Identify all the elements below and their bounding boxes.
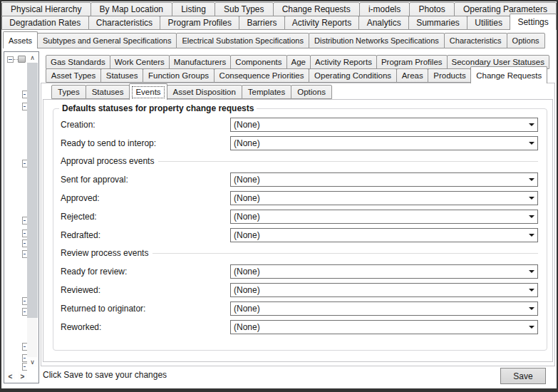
section-divider: [158, 161, 538, 162]
tab-asset-types[interactable]: Asset Types: [46, 68, 101, 83]
approved-dropdown[interactable]: (None): [230, 191, 538, 205]
tree-node-partial[interactable]: [22, 103, 27, 110]
creation-dropdown[interactable]: (None): [230, 118, 538, 132]
field-label: Ready to send to interop:: [61, 138, 230, 148]
tab-bar-settings-pages: Assets Subtypes and General Specificatio…: [1, 33, 557, 48]
tab-areas[interactable]: Areas: [396, 68, 429, 83]
save-button[interactable]: Save: [500, 368, 546, 384]
tab-operating-conditions[interactable]: Operating Conditions: [309, 68, 397, 83]
asset-tree-panel: ∧ ∨ < >: [4, 51, 39, 383]
tab-bar-asset-categories-bottom: Asset Types Statuses Function Groups Con…: [46, 68, 547, 83]
tab-utilities[interactable]: Utilities: [467, 16, 510, 30]
dropdown-value: (None): [231, 212, 526, 222]
dropdown-value: (None): [231, 193, 526, 203]
tab-assets[interactable]: Assets: [3, 31, 38, 48]
tab-options[interactable]: Options: [507, 33, 545, 48]
scroll-right-icon[interactable]: >: [18, 371, 27, 381]
tab-summaries[interactable]: Summaries: [408, 16, 467, 30]
field-row-reworked: Reworked: (None): [61, 320, 538, 334]
tree-node-partial[interactable]: [22, 354, 27, 362]
tree-node-partial[interactable]: [22, 343, 27, 351]
assets-page: Gas Standards Work Centers Manufacturers…: [40, 53, 555, 366]
tab-manufacturers[interactable]: Manufacturers: [169, 55, 232, 69]
default-statuses-groupbox: Defaults statuses for property change re…: [53, 108, 547, 351]
tree-node-partial[interactable]: [22, 308, 27, 316]
vertical-scrollbar-thumb[interactable]: [27, 63, 38, 318]
tab-change-requests[interactable]: Change Requests: [273, 2, 360, 16]
chevron-down-icon: [526, 326, 537, 329]
tab-events[interactable]: Events: [129, 83, 167, 100]
tab-statuses-2[interactable]: Statuses: [86, 85, 130, 99]
tree-vertical-scrollbar[interactable]: ∧ ∨: [27, 53, 38, 367]
tab-degradation-rates[interactable]: Degradation Rates: [1, 16, 89, 30]
tab-activity-reports-2[interactable]: Activity Reports: [310, 55, 377, 69]
tab-subtypes-and-general-specifications[interactable]: Subtypes and General Specifications: [37, 33, 177, 48]
tab-characteristics[interactable]: Characteristics: [88, 16, 161, 30]
tab-function-groups[interactable]: Function Groups: [143, 68, 215, 83]
chevron-down-icon: [526, 142, 537, 145]
tree-node-partial[interactable]: [22, 91, 27, 98]
tab-i-models[interactable]: i-models: [359, 2, 410, 16]
tree-node-partial[interactable]: [22, 363, 27, 371]
tree-root-node[interactable]: [7, 56, 26, 63]
reworked-dropdown[interactable]: (None): [230, 320, 538, 334]
tree-node-partial[interactable]: [22, 217, 27, 225]
tab-program-profiles-2[interactable]: Program Profiles: [376, 55, 448, 69]
tab-components[interactable]: Components: [230, 55, 286, 69]
tab-age[interactable]: Age: [286, 55, 311, 69]
tab-electrical-substation-specifications[interactable]: Electrical Substation Specifications: [176, 33, 309, 48]
chevron-down-icon: [526, 178, 537, 181]
tab-activity-reports[interactable]: Activity Reports: [284, 16, 360, 30]
tab-templates[interactable]: Templates: [242, 85, 291, 99]
ready-for-review-dropdown[interactable]: (None): [230, 264, 538, 279]
tab-program-profiles[interactable]: Program Profiles: [160, 16, 239, 30]
tab-gas-standards[interactable]: Gas Standards: [46, 55, 110, 69]
tab-types[interactable]: Types: [51, 85, 86, 99]
section-title: Review process events: [61, 248, 148, 258]
tab-work-centers[interactable]: Work Centers: [110, 55, 170, 69]
chevron-down-icon: [526, 270, 537, 273]
tab-settings[interactable]: Settings: [510, 14, 557, 30]
tab-statuses[interactable]: Statuses: [100, 68, 143, 83]
tree-root-icon: [18, 56, 26, 63]
chevron-down-icon: [526, 234, 537, 237]
tab-sub-types[interactable]: Sub Types: [215, 2, 274, 16]
tree-node-partial[interactable]: [22, 250, 27, 258]
tab-change-requests-2[interactable]: Change Requests: [470, 66, 547, 83]
rejected-dropdown[interactable]: (None): [230, 210, 538, 224]
tab-photos[interactable]: Photos: [409, 2, 455, 16]
tab-asset-disposition[interactable]: Asset Disposition: [167, 85, 242, 99]
approval-process-events-header: Approval process events: [61, 156, 538, 166]
redrafted-dropdown[interactable]: (None): [230, 228, 538, 242]
tab-by-map-location[interactable]: By Map Location: [91, 2, 173, 16]
tab-products[interactable]: Products: [428, 68, 471, 83]
sent-for-approval-dropdown[interactable]: (None): [230, 172, 538, 187]
tree-node-partial[interactable]: [22, 297, 27, 305]
field-row-returned-to-originator: Returned to originator: (None): [61, 301, 538, 316]
tab-listing[interactable]: Listing: [172, 2, 215, 16]
tree-node-partial[interactable]: [22, 160, 27, 167]
tab-distribution-networks-specifications[interactable]: Distribution Networks Specifications: [309, 33, 445, 48]
scroll-left-icon[interactable]: <: [6, 371, 15, 381]
tab-physical-hierarchy[interactable]: Physical Hierarchy: [1, 2, 91, 16]
returned-to-originator-dropdown[interactable]: (None): [230, 301, 538, 316]
field-label: Creation:: [61, 120, 230, 130]
scroll-down-icon[interactable]: ∨: [27, 357, 38, 367]
field-row-rejected: Rejected: (None): [61, 210, 538, 224]
tree-horizontal-scrollbar[interactable]: < >: [6, 371, 27, 381]
tab-options-2[interactable]: Options: [291, 85, 332, 99]
tree-node-partial[interactable]: [22, 239, 27, 247]
tab-barriers[interactable]: Barriers: [239, 16, 284, 30]
tab-consequence-priorities[interactable]: Consequence Priorities: [214, 68, 309, 83]
reviewed-dropdown[interactable]: (None): [230, 283, 538, 297]
field-label: Reworked:: [61, 322, 230, 332]
ready-to-send-to-interop-dropdown[interactable]: (None): [230, 136, 538, 150]
field-row-reviewed: Reviewed: (None): [61, 283, 538, 297]
settings-window: Physical Hierarchy By Map Location Listi…: [0, 0, 558, 392]
tree-collapse-icon[interactable]: [7, 56, 14, 63]
tree-node-partial[interactable]: [22, 229, 27, 237]
scroll-up-icon[interactable]: ∧: [27, 53, 38, 63]
tab-analytics[interactable]: Analytics: [358, 16, 408, 30]
tab-characteristics-2[interactable]: Characteristics: [444, 33, 507, 48]
tab-bar-change-requests: Types Statuses Events Asset Disposition …: [51, 85, 332, 99]
